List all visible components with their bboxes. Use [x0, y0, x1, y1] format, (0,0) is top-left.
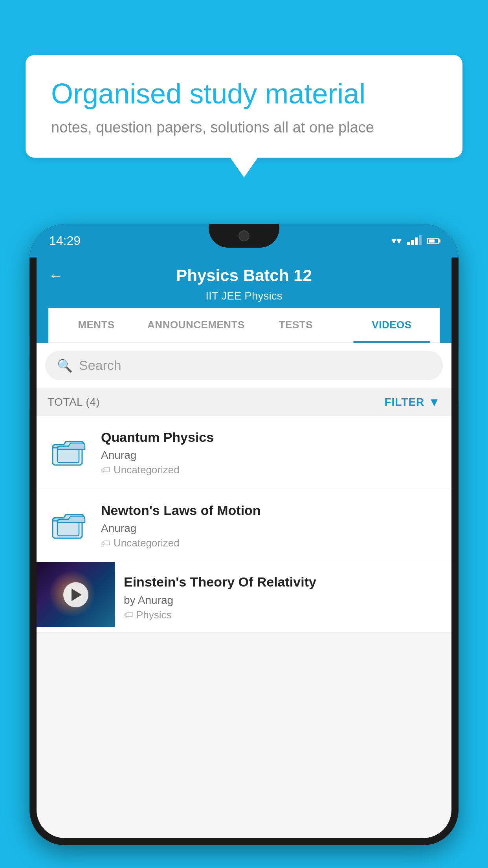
camera-dot [238, 230, 250, 241]
app-header: ← Physics Batch 12 IIT JEE Physics MENTS… [37, 257, 451, 343]
video-title-einstein: Einstein's Theory Of Relativity [124, 573, 443, 590]
filter-button[interactable]: FILTER ▼ [384, 395, 440, 409]
phone: 14:29 ▾▾ ← Physics [29, 224, 459, 845]
video-tag-text-quantum: Uncategorized [114, 464, 180, 476]
phone-volume-up-button [29, 334, 30, 358]
folder-icon-quantum [49, 433, 88, 472]
video-title-quantum: Quantum Physics [101, 428, 441, 446]
battery-fill [429, 239, 435, 243]
status-bar: 14:29 ▾▾ [29, 224, 459, 257]
filter-row: TOTAL (4) FILTER ▼ [37, 388, 451, 416]
search-input-wrapper[interactable]: 🔍 Search [45, 351, 443, 380]
video-author-quantum: Anurag [101, 449, 441, 462]
tab-videos[interactable]: VIDEOS [344, 308, 440, 342]
status-icons: ▾▾ [391, 235, 439, 247]
search-icon: 🔍 [57, 358, 73, 373]
video-title-newton: Newton's Laws of Motion [101, 502, 441, 519]
app-title: Physics Batch 12 [176, 266, 312, 285]
total-count: TOTAL (4) [48, 396, 100, 408]
status-time: 14:29 [49, 234, 81, 248]
video-author-newton: Anurag [101, 522, 441, 535]
phone-power-button [458, 350, 459, 401]
video-tag-quantum: 🏷 Uncategorized [101, 464, 441, 476]
folder-icon-newton [49, 506, 88, 545]
video-tag-einstein: 🏷 Physics [124, 609, 443, 621]
app-subtitle: IIT JEE Physics [48, 290, 440, 302]
video-info-einstein: Einstein's Theory Of Relativity by Anura… [115, 562, 451, 632]
battery-icon [427, 238, 439, 244]
notch [209, 224, 279, 248]
tag-icon-newton: 🏷 [101, 538, 110, 549]
filter-icon: ▼ [428, 395, 440, 409]
video-info-newton: Newton's Laws of Motion Anurag 🏷 Uncateg… [101, 502, 441, 549]
video-thumb-einstein [37, 562, 115, 627]
wifi-icon: ▾▾ [391, 235, 402, 247]
speech-bubble: Organised study material notes, question… [26, 55, 462, 158]
phone-screen: ← Physics Batch 12 IIT JEE Physics MENTS… [37, 257, 451, 838]
tag-icon-einstein: 🏷 [124, 609, 133, 620]
video-item-quantum[interactable]: Quantum Physics Anurag 🏷 Uncategorized [37, 416, 451, 489]
tab-announcements[interactable]: ANNOUNCEMENTS [144, 308, 248, 342]
video-tag-text-newton: Uncategorized [114, 537, 180, 549]
app-header-top: ← Physics Batch 12 [48, 266, 440, 288]
video-tag-text-einstein: Physics [136, 609, 172, 621]
speech-bubble-container: Organised study material notes, question… [26, 55, 462, 177]
speech-bubble-arrow [230, 158, 258, 177]
video-item-newton[interactable]: Newton's Laws of Motion Anurag 🏷 Uncateg… [37, 489, 451, 562]
video-thumb-quantum [47, 431, 90, 474]
play-icon [72, 588, 82, 601]
video-info-quantum: Quantum Physics Anurag 🏷 Uncategorized [101, 428, 441, 476]
speech-bubble-subtitle: notes, question papers, solutions all at… [51, 119, 437, 136]
play-button[interactable] [63, 582, 88, 607]
back-button[interactable]: ← [48, 267, 63, 284]
speech-bubble-title: Organised study material [51, 77, 437, 110]
tag-icon-quantum: 🏷 [101, 465, 110, 476]
search-container: 🔍 Search [37, 343, 451, 388]
tab-tests[interactable]: TESTS [248, 308, 344, 342]
video-author-einstein: by Anurag [124, 594, 443, 607]
filter-label: FILTER [384, 396, 424, 408]
search-placeholder: Search [79, 358, 121, 373]
tabs-container: MENTS ANNOUNCEMENTS TESTS VIDEOS [48, 308, 440, 343]
tab-ments[interactable]: MENTS [48, 308, 144, 342]
video-item-einstein[interactable]: Einstein's Theory Of Relativity by Anura… [37, 562, 451, 632]
video-thumb-newton [47, 504, 90, 547]
video-list: Quantum Physics Anurag 🏷 Uncategorized [37, 416, 451, 633]
signal-icon [407, 237, 422, 245]
video-tag-newton: 🏷 Uncategorized [101, 537, 441, 549]
phone-volume-down-button [29, 370, 30, 409]
